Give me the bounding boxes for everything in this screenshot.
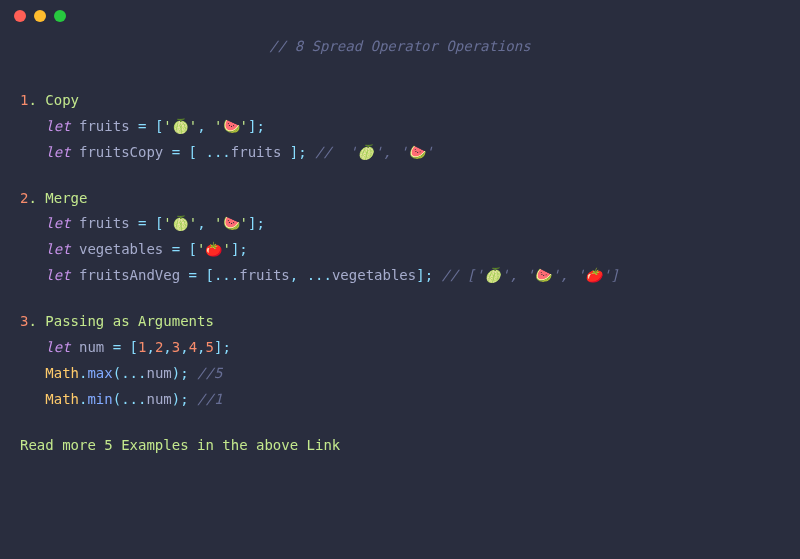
emoji-melon: 🍈: [172, 118, 189, 134]
semicolon: ;: [180, 391, 188, 407]
code-line: let fruits = ['🍈', '🍉'];: [20, 211, 780, 237]
semicolon: ;: [239, 241, 247, 257]
comma: ,: [197, 118, 214, 134]
bracket: [: [189, 241, 197, 257]
comment-body: '🍈', '🍉': [340, 144, 433, 160]
section-title-text: . Merge: [28, 190, 87, 206]
space: [281, 144, 289, 160]
quote: ': [189, 215, 197, 231]
comma: ,: [180, 339, 188, 355]
comment-prefix: //: [442, 267, 467, 283]
code-line: let num = [1,2,3,4,5];: [20, 335, 780, 361]
identifier: fruits: [239, 267, 290, 283]
bracket: ]: [416, 267, 424, 283]
section-heading: 2. Merge: [20, 186, 780, 212]
keyword-let: let: [45, 144, 70, 160]
identifier: fruits: [231, 144, 282, 160]
operator: =: [130, 118, 155, 134]
code-line: let fruitsAndVeg = [...fruits, ...vegeta…: [20, 263, 780, 289]
identifier: fruitsCopy: [79, 144, 163, 160]
number: 5: [206, 339, 214, 355]
quote: ': [240, 215, 248, 231]
footer-text: Read more 5 Examples in the above Link: [20, 433, 780, 459]
bracket: [: [189, 144, 197, 160]
operator: =: [163, 241, 188, 257]
section-arguments: 3. Passing as Arguments let num = [1,2,3…: [20, 309, 780, 413]
spread-operator: ...: [205, 144, 230, 160]
number: 4: [189, 339, 197, 355]
operator: =: [180, 267, 205, 283]
identifier: fruits: [79, 118, 130, 134]
number: 3: [172, 339, 180, 355]
comment: //1: [197, 391, 222, 407]
keyword-let: let: [45, 215, 70, 231]
comment-prefix: //: [315, 144, 340, 160]
comma: ,: [146, 339, 154, 355]
maximize-icon[interactable]: [54, 10, 66, 22]
comment-body: ['🍈', '🍉', '🍅']: [467, 267, 619, 283]
keyword-let: let: [45, 118, 70, 134]
quote: ': [240, 118, 248, 134]
quote: ': [214, 118, 222, 134]
emoji-melon: 🍈: [172, 215, 189, 231]
bracket: ]: [290, 144, 298, 160]
quote: ': [163, 118, 171, 134]
comma: ,: [290, 267, 307, 283]
code-content: // 8 Spread Operator Operations 1. Copy …: [0, 34, 800, 479]
quote: ': [163, 215, 171, 231]
spread-operator: ...: [121, 391, 146, 407]
identifier: num: [79, 339, 104, 355]
semicolon: ;: [298, 144, 306, 160]
code-line: Math.max(...num); //5: [20, 361, 780, 387]
quote: ': [189, 118, 197, 134]
semicolon: ;: [256, 118, 264, 134]
bracket: [: [130, 339, 138, 355]
spread-operator: ...: [121, 365, 146, 381]
minimize-icon[interactable]: [34, 10, 46, 22]
section-title-text: . Passing as Arguments: [28, 313, 213, 329]
spread-operator: ...: [307, 267, 332, 283]
comma: ,: [197, 339, 205, 355]
comma: ,: [163, 339, 171, 355]
comment: //5: [197, 365, 222, 381]
quote: ': [222, 241, 230, 257]
emoji-tomato: 🍅: [205, 241, 222, 257]
semicolon: ;: [425, 267, 433, 283]
window-titlebar: [0, 0, 800, 32]
emoji-watermelon: 🍉: [223, 215, 240, 231]
identifier: num: [146, 391, 171, 407]
keyword-let: let: [45, 339, 70, 355]
paren: (: [113, 391, 121, 407]
emoji-watermelon: 🍉: [223, 118, 240, 134]
paren: ): [172, 391, 180, 407]
spread-operator: ...: [214, 267, 239, 283]
identifier: fruits: [79, 215, 130, 231]
semicolon: ;: [180, 365, 188, 381]
section-merge: 2. Merge let fruits = ['🍈', '🍉']; let ve…: [20, 186, 780, 290]
operator: =: [104, 339, 129, 355]
object-math: Math: [45, 391, 79, 407]
identifier: num: [146, 365, 171, 381]
keyword-let: let: [45, 267, 70, 283]
code-line: Math.min(...num); //1: [20, 387, 780, 413]
semicolon: ;: [222, 339, 230, 355]
code-line: let fruitsCopy = [ ...fruits ]; // '🍈', …: [20, 140, 780, 166]
identifier: vegetables: [79, 241, 163, 257]
operator: =: [163, 144, 188, 160]
code-line: let fruits = ['🍈', '🍉'];: [20, 114, 780, 140]
paren: ): [172, 365, 180, 381]
quote: ': [214, 215, 222, 231]
bracket: [: [205, 267, 213, 283]
operator: =: [130, 215, 155, 231]
title-comment: // 8 Spread Operator Operations: [20, 34, 780, 60]
section-title-text: . Copy: [28, 92, 79, 108]
close-icon[interactable]: [14, 10, 26, 22]
semicolon: ;: [256, 215, 264, 231]
section-heading: 1. Copy: [20, 88, 780, 114]
method-max: max: [87, 365, 112, 381]
comma: ,: [197, 215, 214, 231]
section-copy: 1. Copy let fruits = ['🍈', '🍉']; let fru…: [20, 88, 780, 166]
identifier: vegetables: [332, 267, 416, 283]
keyword-let: let: [45, 241, 70, 257]
code-line: let vegetables = ['🍅'];: [20, 237, 780, 263]
